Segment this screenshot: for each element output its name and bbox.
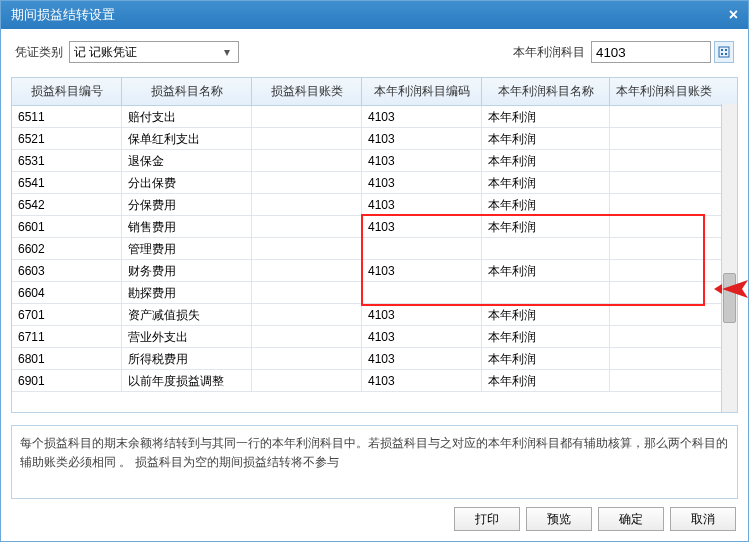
cell-code[interactable]: 6521 xyxy=(12,128,122,149)
cell-name[interactable]: 分保费用 xyxy=(122,194,252,215)
cell-pacct[interactable] xyxy=(610,304,718,325)
cell-acct[interactable] xyxy=(252,326,362,347)
cell-pcode[interactable]: 4103 xyxy=(362,150,482,171)
cell-pcode[interactable]: 4103 xyxy=(362,216,482,237)
cell-pname[interactable]: 本年利润 xyxy=(482,172,610,193)
cell-acct[interactable] xyxy=(252,370,362,391)
table-row[interactable]: 6531退保金4103本年利润 xyxy=(12,150,737,172)
cell-code[interactable]: 6801 xyxy=(12,348,122,369)
cell-acct[interactable] xyxy=(252,238,362,259)
cell-pname[interactable]: 本年利润 xyxy=(482,326,610,347)
cell-pname[interactable]: 本年利润 xyxy=(482,128,610,149)
vertical-scrollbar[interactable] xyxy=(721,104,737,412)
table-row[interactable]: 6711营业外支出4103本年利润 xyxy=(12,326,737,348)
cell-pcode[interactable]: 4103 xyxy=(362,304,482,325)
cell-pcode[interactable]: 4103 xyxy=(362,106,482,127)
table-row[interactable]: 6801所得税费用4103本年利润 xyxy=(12,348,737,370)
col-header-pacct[interactable]: 本年利润科目账类 xyxy=(610,78,718,105)
cell-acct[interactable] xyxy=(252,216,362,237)
cell-pacct[interactable] xyxy=(610,128,718,149)
table-row[interactable]: 6901以前年度损益调整4103本年利润 xyxy=(12,370,737,392)
cell-acct[interactable] xyxy=(252,128,362,149)
table-row[interactable]: 6521保单红利支出4103本年利润 xyxy=(12,128,737,150)
cell-code[interactable]: 6541 xyxy=(12,172,122,193)
table-row[interactable]: 6541分出保费4103本年利润 xyxy=(12,172,737,194)
table-row[interactable]: 6701资产减值损失4103本年利润 xyxy=(12,304,737,326)
cell-code[interactable]: 6711 xyxy=(12,326,122,347)
cell-pacct[interactable] xyxy=(610,150,718,171)
col-header-name[interactable]: 损益科目名称 xyxy=(122,78,252,105)
table-row[interactable]: 6602管理费用 xyxy=(12,238,737,260)
cell-code[interactable]: 6603 xyxy=(12,260,122,281)
profit-subject-input[interactable] xyxy=(591,41,711,63)
cell-name[interactable]: 以前年度损益调整 xyxy=(122,370,252,391)
ok-button[interactable]: 确定 xyxy=(598,507,664,531)
cell-pname[interactable]: 本年利润 xyxy=(482,194,610,215)
cell-code[interactable]: 6511 xyxy=(12,106,122,127)
cell-pcode[interactable]: 4103 xyxy=(362,326,482,347)
cell-code[interactable]: 6601 xyxy=(12,216,122,237)
cell-pname[interactable]: 本年利润 xyxy=(482,348,610,369)
preview-button[interactable]: 预览 xyxy=(526,507,592,531)
cell-pname[interactable]: 本年利润 xyxy=(482,106,610,127)
cell-acct[interactable] xyxy=(252,150,362,171)
cell-pacct[interactable] xyxy=(610,348,718,369)
cell-code[interactable]: 6604 xyxy=(12,282,122,303)
table-row[interactable]: 6511赔付支出4103本年利润 xyxy=(12,106,737,128)
cell-pcode[interactable]: 4103 xyxy=(362,194,482,215)
cell-pcode[interactable]: 4103 xyxy=(362,128,482,149)
col-header-pname[interactable]: 本年利润科目名称 xyxy=(482,78,610,105)
cell-pcode[interactable]: 4103 xyxy=(362,172,482,193)
cell-pcode[interactable]: 4103 xyxy=(362,370,482,391)
cell-acct[interactable] xyxy=(252,172,362,193)
cell-pname[interactable] xyxy=(482,238,610,259)
table-row[interactable]: 6601销售费用4103本年利润 xyxy=(12,216,737,238)
col-header-code[interactable]: 损益科目编号 xyxy=(12,78,122,105)
cell-pacct[interactable] xyxy=(610,326,718,347)
col-header-acct[interactable]: 损益科目账类 xyxy=(252,78,362,105)
cell-pacct[interactable] xyxy=(610,106,718,127)
cancel-button[interactable]: 取消 xyxy=(670,507,736,531)
cell-pacct[interactable] xyxy=(610,260,718,281)
cell-pacct[interactable] xyxy=(610,370,718,391)
subject-picker-button[interactable] xyxy=(714,41,734,63)
cell-code[interactable]: 6531 xyxy=(12,150,122,171)
cell-acct[interactable] xyxy=(252,194,362,215)
cell-name[interactable]: 营业外支出 xyxy=(122,326,252,347)
cell-code[interactable]: 6701 xyxy=(12,304,122,325)
table-row[interactable]: 6603财务费用4103本年利润 xyxy=(12,260,737,282)
cell-name[interactable]: 管理费用 xyxy=(122,238,252,259)
close-icon[interactable]: × xyxy=(729,1,738,29)
cell-pacct[interactable] xyxy=(610,216,718,237)
cell-pcode[interactable] xyxy=(362,238,482,259)
cell-acct[interactable] xyxy=(252,282,362,303)
cell-pacct[interactable] xyxy=(610,194,718,215)
cell-pname[interactable]: 本年利润 xyxy=(482,260,610,281)
col-header-pcode[interactable]: 本年利润科目编码 xyxy=(362,78,482,105)
cell-pacct[interactable] xyxy=(610,238,718,259)
cell-pname[interactable]: 本年利润 xyxy=(482,150,610,171)
cell-pname[interactable]: 本年利润 xyxy=(482,216,610,237)
cell-pname[interactable]: 本年利润 xyxy=(482,370,610,391)
cell-pname[interactable]: 本年利润 xyxy=(482,304,610,325)
cell-pname[interactable] xyxy=(482,282,610,303)
cell-pacct[interactable] xyxy=(610,282,718,303)
voucher-type-select[interactable]: 记 记账凭证 ▾ xyxy=(69,41,239,63)
table-row[interactable]: 6604勘探费用 xyxy=(12,282,737,304)
cell-name[interactable]: 财务费用 xyxy=(122,260,252,281)
cell-pcode[interactable]: 4103 xyxy=(362,260,482,281)
cell-name[interactable]: 分出保费 xyxy=(122,172,252,193)
cell-acct[interactable] xyxy=(252,304,362,325)
cell-acct[interactable] xyxy=(252,348,362,369)
cell-code[interactable]: 6542 xyxy=(12,194,122,215)
cell-name[interactable]: 销售费用 xyxy=(122,216,252,237)
cell-acct[interactable] xyxy=(252,260,362,281)
cell-name[interactable]: 勘探费用 xyxy=(122,282,252,303)
cell-code[interactable]: 6901 xyxy=(12,370,122,391)
cell-name[interactable]: 保单红利支出 xyxy=(122,128,252,149)
cell-pacct[interactable] xyxy=(610,172,718,193)
cell-pcode[interactable] xyxy=(362,282,482,303)
cell-name[interactable]: 资产减值损失 xyxy=(122,304,252,325)
cell-code[interactable]: 6602 xyxy=(12,238,122,259)
table-row[interactable]: 6542分保费用4103本年利润 xyxy=(12,194,737,216)
